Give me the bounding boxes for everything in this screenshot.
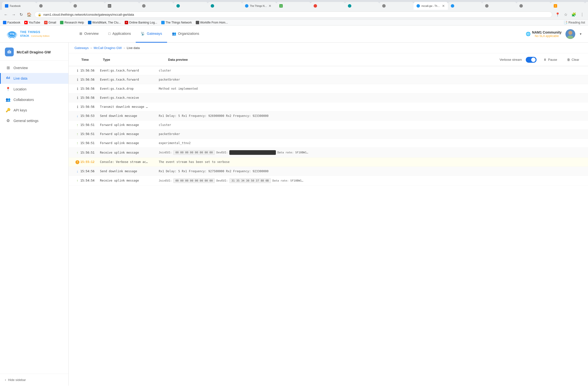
col-header-preview: Data preview — [168, 58, 496, 62]
browser-tab-arduino3[interactable] — [345, 2, 379, 10]
table-row[interactable]: ↑ 15:56:51 Receive uplink message JoinEU… — [68, 148, 588, 158]
breadcrumb-gateway[interactable]: McCall Dragino GW — [94, 46, 122, 50]
table-row[interactable]: ↓ 15:54:56 Send downlink message Rx1 Del… — [68, 167, 588, 176]
forward-button[interactable]: → — [11, 12, 17, 18]
bookmark-facebook[interactable]: Facebook — [3, 21, 20, 24]
browser-tab-s[interactable]: S — [551, 2, 585, 10]
sidebar-item-livedata[interactable]: Live data — [0, 73, 68, 84]
header-controls: Verbose stream ⏸ Pause 🗑 Clear — [500, 56, 582, 63]
sidebar-footer: ‹ Hide sidebar — [0, 374, 68, 386]
back-button[interactable]: ← — [3, 12, 9, 18]
pause-button[interactable]: ⏸ Pause — [540, 56, 560, 63]
apikeys-nav-icon: 🔑 — [6, 108, 10, 112]
browser-tab-fb[interactable]: Facebook — [2, 2, 36, 10]
browser-tab-g3[interactable] — [139, 2, 174, 10]
sidebar-overview-label: Overview — [14, 66, 28, 70]
bookmark-label: Worklife From Hom... — [200, 21, 228, 24]
table-row[interactable]: ℹ 15:56:56 Event:gs.txack.drop Method no… — [68, 84, 588, 93]
col-header-type: Type — [103, 58, 164, 62]
nav-organizations[interactable]: 👥 Organizations — [167, 26, 204, 43]
bookmark-youtube[interactable]: ▶ YouTube — [24, 21, 40, 24]
menu-icon-btn[interactable]: ⋮ — [579, 11, 585, 18]
sidebar-apikeys-label: API keys — [14, 108, 27, 112]
bookmark-worldmark[interactable]: WorldMark, The Clu... — [88, 21, 121, 24]
bookmark-icon-btn[interactable]: ☆ — [563, 11, 568, 18]
hide-sidebar-button[interactable]: ‹ Hide sidebar — [5, 378, 64, 382]
row-time: 15:56:51 — [80, 123, 100, 127]
table-row[interactable]: ℹ 15:56:56 Event:gs.txack.forward packet… — [68, 75, 588, 84]
verbose-stream-label: Verbose stream — [500, 58, 522, 62]
browser-tab-g5[interactable] — [482, 2, 516, 10]
address-bar[interactable]: 🔒 — [34, 12, 552, 18]
col-header-time: Time — [74, 58, 99, 62]
browser-tab-gp[interactable]: G — [276, 2, 311, 10]
breadcrumb-gateways[interactable]: Gateways — [74, 46, 89, 50]
extensions-icon-btn[interactable]: 🧩 — [570, 11, 577, 18]
table-row[interactable]: ↓ 15:56:53 Send downlink message Rx1 Del… — [68, 112, 588, 120]
home-button[interactable]: 🏠 — [26, 11, 32, 18]
user-avatar[interactable] — [566, 29, 575, 39]
table-row[interactable]: ℹ 15:56:56 Event:gs.txack.receive — [68, 93, 588, 102]
row-icon: ℹ — [74, 96, 80, 100]
table-row[interactable]: ↑ 15:54:54 Receive uplink message JoinEU… — [68, 176, 588, 186]
bookmark-banking[interactable]: B Online Banking Log... — [125, 21, 157, 24]
browser-tab-g1[interactable] — [36, 2, 70, 10]
address-input[interactable] — [43, 13, 549, 16]
down-arrow-icon: ↓ — [77, 114, 78, 118]
top-nav: TTN THE THINGS STACK Community Edition ⊞ — [0, 26, 588, 43]
user-dropdown-icon[interactable]: ▼ — [579, 32, 582, 36]
reading-list-btn[interactable]: 📑 Reading list — [564, 20, 585, 24]
clear-button[interactable]: 🗑 Clear — [564, 56, 582, 63]
row-icon: ℹ — [74, 105, 80, 109]
browser-tab-arduino1[interactable] — [174, 2, 208, 10]
browser-tab-g4[interactable] — [379, 2, 414, 10]
browser-tab-cloud1[interactable] — [448, 2, 482, 10]
row-type: Event:gs.txack.forward — [100, 78, 159, 81]
row-type: Receive uplink message — [100, 179, 159, 182]
table-row[interactable]: ! 15:55:12 Console: Verbose stream ac… T… — [68, 158, 588, 167]
tab-title: Facebook — [10, 5, 33, 7]
deveui-value: ████████████████████ — [229, 150, 276, 155]
sidebar-item-collaborators[interactable]: 👥 Collaborators — [0, 94, 68, 105]
data-rows: ℹ 15:56:56 Event:gs.txack.forward cluste… — [68, 66, 588, 386]
sidebar-item-apikeys[interactable]: 🔑 API keys — [0, 105, 68, 116]
bookmark-label: Facebook — [7, 21, 20, 24]
bookmark-research[interactable]: Research Help — [60, 21, 84, 24]
gateway-name: McCall Dragino GW — [17, 50, 51, 54]
table-row[interactable]: ℹ 15:56:56 Event:gs.txack.forward cluste… — [68, 66, 588, 75]
chevron-left-icon: ‹ — [5, 378, 6, 382]
info-icon: ℹ — [77, 68, 78, 72]
bookmark-ttn[interactable]: The Things Network — [161, 21, 192, 24]
browser-tab-active[interactable]: mccall-gw - The Things… ✕ — [414, 2, 448, 10]
sidebar-item-overview[interactable]: ⊞ Overview — [0, 62, 68, 73]
browser-tab-ttn-home[interactable]: The Things N… ✕ — [242, 2, 276, 10]
nav-overview[interactable]: ⊞ Overview — [74, 26, 104, 43]
nav-gateways[interactable]: 📡 Gateways — [136, 26, 167, 43]
row-type: Forward uplink message — [100, 132, 159, 136]
row-preview: packetbroker — [159, 132, 582, 136]
nav-icons: 📍 ☆ 🧩 ⋮ — [554, 11, 585, 18]
table-row[interactable]: ↑ 15:56:51 Forward uplink message packet… — [68, 130, 588, 139]
reload-button[interactable]: ↻ — [18, 11, 24, 18]
browser-tab-dv[interactable]: DV — [105, 2, 139, 10]
bookmark-worklife[interactable]: Worklife From Hom... — [196, 21, 228, 24]
row-time: 15:56:56 — [80, 105, 100, 108]
browser-tab-g6[interactable] — [516, 2, 551, 10]
browser-tab-g7[interactable] — [585, 2, 588, 10]
browser-tab-gmail[interactable] — [311, 2, 345, 10]
browser-nav-bar: ← → ↻ 🏠 🔒 📍 ☆ 🧩 ⋮ — [0, 10, 588, 19]
browser-tab-g2[interactable] — [70, 2, 105, 10]
table-row[interactable]: ↑ 15:56:51 Forward uplink message experi… — [68, 139, 588, 148]
browser-tab-arduino2[interactable] — [208, 2, 242, 10]
table-row[interactable]: ↑ 15:56:51 Forward uplink message cluste… — [68, 120, 588, 130]
verbose-toggle[interactable] — [526, 57, 536, 63]
row-icon: ↑ — [74, 132, 80, 136]
nav-applications[interactable]: □ Applications — [104, 26, 136, 43]
sidebar-item-settings[interactable]: ⚙ General settings — [0, 116, 68, 126]
row-time: 15:56:56 — [80, 87, 100, 90]
table-row[interactable]: ℹ 15:56:56 Transmit downlink message … — [68, 102, 588, 112]
location-icon-btn[interactable]: 📍 — [554, 11, 561, 18]
browser-tabs: Facebook DV The Things N… ✕ G — [0, 0, 588, 10]
bookmark-gmail[interactable]: M Gmail — [44, 21, 56, 24]
sidebar-item-location[interactable]: 📍 Location — [0, 84, 68, 94]
